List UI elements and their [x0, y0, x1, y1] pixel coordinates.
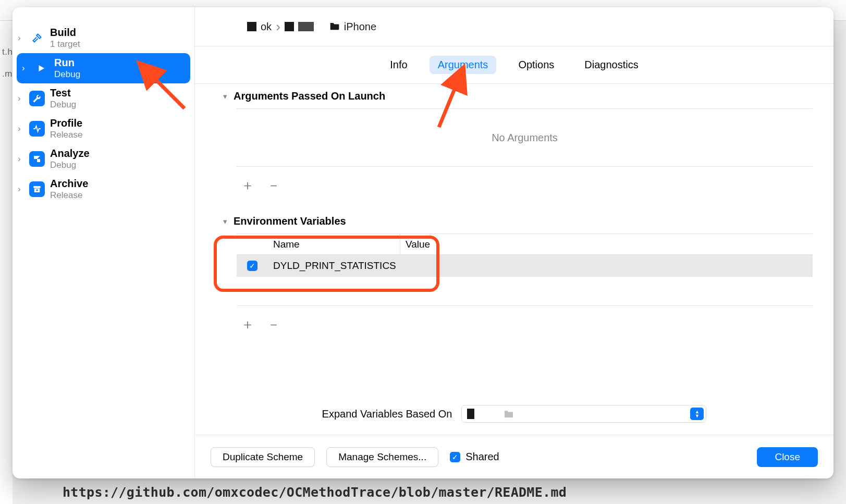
sidebar-sub: Debug: [50, 100, 76, 110]
target-mask: [298, 22, 314, 31]
folder-icon: [504, 408, 514, 420]
sidebar-item-archive[interactable]: › Archive Release: [13, 174, 194, 204]
shared-checkbox[interactable]: ✓: [450, 452, 460, 462]
footer: Duplicate Scheme Manage Schemes... ✓ Sha…: [195, 435, 833, 478]
remove-argument-button[interactable]: －: [267, 176, 280, 194]
shared-label: Shared: [465, 451, 499, 463]
sidebar-title: Test: [50, 87, 76, 100]
chevron-right-icon: ›: [22, 63, 28, 73]
background-file-strip: t.h .m: [0, 21, 13, 504]
bg-file-h: t.h: [2, 47, 13, 57]
sidebar-title: Build: [50, 27, 80, 39]
tab-options[interactable]: Options: [510, 56, 562, 74]
arguments-controls: ＋ －: [241, 167, 813, 209]
col-value[interactable]: Value: [400, 234, 813, 254]
env-row-name[interactable]: DYLD_PRINT_STATISTICS: [268, 260, 400, 272]
sidebar-sub: Release: [50, 190, 88, 201]
chevron-down-icon: ▾: [223, 92, 227, 101]
sidebar-sub: Debug: [54, 69, 80, 80]
breadcrumb-device: iPhone: [344, 21, 376, 33]
sidebar-title: Analyze: [50, 147, 90, 160]
env-table: Name Value ✓ DYLD_PRINT_STATISTICS: [237, 233, 813, 277]
app-icon: [247, 22, 256, 31]
sidebar-sub: Debug: [50, 160, 90, 170]
chevron-right-icon: ›: [18, 124, 24, 134]
expand-label: Expand Variables Based On: [322, 408, 452, 420]
col-name[interactable]: Name: [268, 234, 400, 254]
bg-file-m: .m: [2, 69, 13, 79]
env-controls: ＋ －: [241, 306, 813, 348]
sidebar-item-analyze[interactable]: › Analyze Debug: [13, 144, 194, 174]
chevron-right-icon: ›: [18, 154, 24, 164]
updown-icon: ▲▼: [690, 408, 704, 420]
chevron-right-icon: ›: [18, 33, 24, 43]
sidebar-sub: Release: [50, 130, 82, 140]
svg-rect-0: [33, 186, 41, 188]
env-row-checkbox[interactable]: ✓: [247, 261, 258, 271]
chevron-right-icon: ›: [18, 93, 24, 104]
chevron-right-icon: ›: [276, 19, 280, 35]
archive-icon: [29, 181, 45, 197]
section-title: Environment Variables: [234, 215, 346, 227]
add-argument-button[interactable]: ＋: [241, 176, 254, 194]
folder-icon: [329, 21, 340, 33]
wrench-icon: [29, 91, 45, 106]
sidebar-title: Archive: [50, 178, 88, 190]
tab-info[interactable]: Info: [382, 56, 415, 74]
duplicate-scheme-button[interactable]: Duplicate Scheme: [211, 447, 315, 467]
sidebar-item-run[interactable]: › Run Debug: [17, 53, 190, 83]
env-row[interactable]: ✓ DYLD_PRINT_STATISTICS: [237, 255, 813, 277]
expand-variables-select[interactable]: ▲▼: [461, 405, 706, 423]
add-env-button[interactable]: ＋: [241, 315, 254, 334]
section-arguments-header[interactable]: ▾ Arguments Passed On Launch: [211, 84, 813, 108]
gauge-icon: [29, 121, 45, 137]
app-icon: [467, 409, 474, 419]
sidebar-item-build[interactable]: › Build 1 target: [13, 23, 194, 53]
breadcrumb[interactable]: ok › iPhone: [195, 7, 833, 46]
manage-schemes-button[interactable]: Manage Schemes...: [326, 447, 438, 467]
scheme-editor-sheet: › Build 1 target › Run Debug ›: [13, 7, 833, 478]
background-url: https://github.com/omxcodec/OCMethodTrac…: [63, 485, 567, 500]
analyze-icon: [29, 151, 45, 167]
remove-env-button[interactable]: －: [267, 315, 280, 334]
main-panel: ok › iPhone Info Arguments Options Diagn…: [195, 7, 833, 478]
play-icon: [33, 60, 49, 76]
shared-checkbox-row[interactable]: ✓ Shared: [450, 451, 499, 463]
tab-arguments[interactable]: Arguments: [430, 56, 497, 74]
breadcrumb-seg-1: ok: [261, 21, 272, 33]
sidebar-title: Profile: [50, 117, 82, 130]
sidebar-title: Run: [54, 57, 80, 69]
tabbar: Info Arguments Options Diagnostics: [195, 46, 833, 83]
sidebar-sub: 1 target: [50, 39, 80, 50]
chevron-right-icon: ›: [18, 184, 24, 194]
tab-diagnostics[interactable]: Diagnostics: [576, 56, 646, 74]
sidebar-item-test[interactable]: › Test Debug: [13, 83, 194, 114]
close-button[interactable]: Close: [757, 447, 818, 467]
target-icon: [285, 22, 294, 31]
sidebar-item-profile[interactable]: › Profile Release: [13, 114, 194, 144]
section-env-header[interactable]: ▾ Environment Variables: [211, 209, 813, 233]
hammer-icon: [29, 30, 45, 46]
arguments-empty: No Arguments: [237, 108, 813, 167]
env-table-header: Name Value: [237, 234, 813, 255]
expand-variables-row: Expand Variables Based On ▲▼: [195, 401, 833, 426]
scheme-sidebar: › Build 1 target › Run Debug ›: [13, 7, 195, 478]
empty-text: No Arguments: [492, 132, 558, 144]
section-title: Arguments Passed On Launch: [234, 90, 385, 102]
chevron-down-icon: ▾: [223, 217, 227, 226]
